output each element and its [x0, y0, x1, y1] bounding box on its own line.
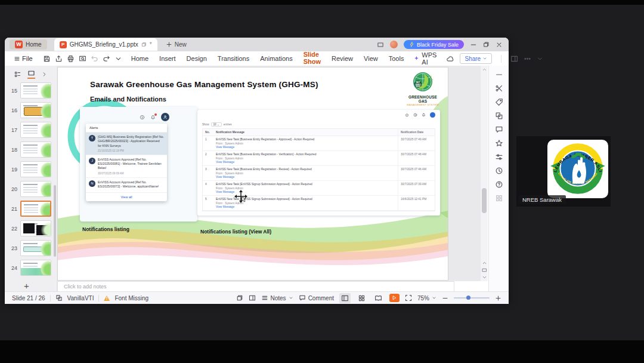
slide-nav-icon[interactable] [482, 267, 487, 273]
collapse-ribbon-icon[interactable] [537, 56, 543, 62]
view-message-link: View Message [216, 205, 395, 208]
slide-thumbnail[interactable]: 17 [8, 122, 51, 138]
font-missing-warning[interactable]: Font Missing [114, 295, 148, 302]
slide-view-icon[interactable] [27, 69, 35, 79]
zoom-slider[interactable] [454, 297, 490, 299]
reading-view-button[interactable] [373, 293, 384, 303]
tab-home[interactable]: W Home [10, 39, 47, 50]
slide-canvas[interactable]: Sarawak Greenhouse Gas Management System… [57, 67, 448, 281]
notes-input[interactable]: Click to add notes [57, 281, 454, 292]
zoom-out-button[interactable] [442, 295, 448, 302]
Review[interactable]: Review [331, 53, 354, 64]
collapse-panel-icon[interactable] [495, 70, 503, 79]
help-icon[interactable] [495, 180, 503, 189]
slide-thumbnail[interactable]: 15 [8, 82, 51, 99]
save-icon[interactable] [43, 55, 51, 63]
Transitions[interactable]: Transitions [217, 53, 250, 64]
View[interactable]: View [363, 53, 379, 64]
slide-thumbnail[interactable]: 22 [8, 220, 51, 236]
print-icon[interactable] [67, 55, 75, 63]
meeting-stage: W Home P GHGMS_Briefing_v1.pptx * New Bl… [0, 0, 644, 363]
task-pane-icon[interactable] [510, 55, 518, 63]
theme-name[interactable]: VanillaVTI [67, 295, 94, 302]
alerts-header: Alerts [86, 124, 167, 133]
user-avatar-icon [161, 113, 169, 121]
export-pdf-icon[interactable] [55, 55, 63, 63]
apps-icon[interactable] [495, 194, 503, 202]
shapes-icon[interactable] [495, 112, 503, 120]
find-replace-icon[interactable] [495, 98, 503, 106]
redo-icon[interactable] [103, 55, 110, 63]
close-button[interactable] [496, 41, 503, 48]
expand-panel-icon[interactable] [41, 71, 48, 78]
cloud-sync-icon[interactable] [445, 55, 454, 63]
notification-date: 30/7/2025 07:39 AM [398, 181, 435, 195]
Home[interactable]: Home [131, 53, 149, 64]
next-slide-button[interactable] [482, 275, 487, 280]
fit-slide-icon[interactable] [405, 294, 412, 302]
print-preview-icon[interactable] [79, 55, 86, 63]
file-menu-button[interactable]: File [11, 54, 36, 63]
participant-video-tile[interactable]: LEMBAGA SUMBER ASLI DAN ALAM SEKITAR SAR… [516, 136, 611, 207]
quick-access-toolbar [43, 55, 122, 63]
slide-thumbnail[interactable]: 19 [8, 161, 51, 177]
slide-thumbnail[interactable]: 20 [8, 181, 51, 197]
share-label: Share [465, 56, 481, 62]
new-tab-button[interactable]: New [166, 41, 187, 48]
slide-number: 20 [8, 186, 17, 192]
Tools[interactable]: Tools [388, 53, 405, 64]
more-options-icon[interactable] [524, 55, 531, 63]
comment-panel-icon[interactable] [495, 125, 503, 134]
view-all-link: View all [86, 193, 167, 201]
ghgms-logo-line1: GREENHOUSE GAS [404, 95, 442, 103]
comment-toggle[interactable]: Comment [299, 294, 334, 302]
zoom-slider-knob[interactable] [466, 296, 470, 300]
maximize-button[interactable] [483, 41, 490, 48]
thumbnail-scrollbar[interactable] [54, 185, 56, 257]
Design[interactable]: Design [186, 53, 208, 64]
previous-slide-button[interactable] [482, 260, 487, 266]
Animations[interactable]: Animations [259, 53, 293, 64]
wps-presentation-window: W Home P GHGMS_Briefing_v1.pptx * New Bl… [5, 38, 509, 303]
wps-ai-button[interactable]: WPS AI [414, 51, 438, 66]
participant-name: NREB Sarawak [518, 195, 566, 204]
slide-counter: Slide 21 / 26 [12, 295, 45, 302]
ghgms-globe-icon: NET ZERO 2050 [411, 70, 435, 94]
normal-view-button[interactable] [339, 293, 351, 303]
notes-toggle[interactable]: Notes [261, 294, 293, 302]
Insert[interactable]: Insert [159, 53, 177, 64]
more-commands-icon[interactable] [114, 55, 122, 63]
notification-date: 30/7/2025 07:49 AM [398, 136, 435, 150]
slide-number: 21 [8, 206, 17, 212]
undo-icon[interactable] [91, 55, 98, 63]
settings-icon[interactable] [495, 153, 503, 161]
slide-number: 15 [8, 88, 17, 94]
move-pane-icon[interactable] [249, 294, 256, 302]
minimize-button[interactable] [470, 41, 477, 48]
slide-thumbnail[interactable]: 18 [8, 141, 51, 158]
history-icon[interactable] [495, 167, 503, 175]
favorites-icon[interactable] [495, 139, 503, 147]
account-avatar[interactable] [390, 41, 398, 48]
start-slideshow-button[interactable] [389, 294, 400, 302]
slide-thumbnail[interactable]: 24 [8, 260, 51, 276]
share-button[interactable]: Share [460, 53, 492, 64]
notification-date: 30/7/2025 07:46 AM [398, 166, 435, 180]
zoom-level[interactable]: 75% [417, 295, 436, 302]
add-slide-button[interactable]: + [24, 281, 29, 291]
slide-sorter-view-button[interactable] [356, 293, 367, 303]
scrollbar-thumb[interactable] [482, 188, 487, 213]
outline-view-icon[interactable] [14, 70, 21, 78]
design-tools-icon[interactable] [495, 84, 503, 93]
zoom-in-button[interactable] [495, 295, 501, 302]
slide-number: 16 [8, 107, 17, 113]
slide-thumbnail[interactable]: 23 [8, 240, 51, 256]
workspace-icon[interactable] [236, 294, 243, 302]
new-tab-label: New [175, 41, 187, 48]
slide-thumbnail[interactable]: 16 [8, 102, 51, 118]
document-scrollbar[interactable] [481, 66, 488, 281]
slide-title: Sarawak Greenhouse Gas Management System… [90, 80, 318, 89]
promo-button[interactable]: Black Friday Sale [404, 40, 464, 49]
slide-thumbnail[interactable]: 21 [8, 201, 51, 217]
layout-mode-icon[interactable] [377, 41, 384, 48]
